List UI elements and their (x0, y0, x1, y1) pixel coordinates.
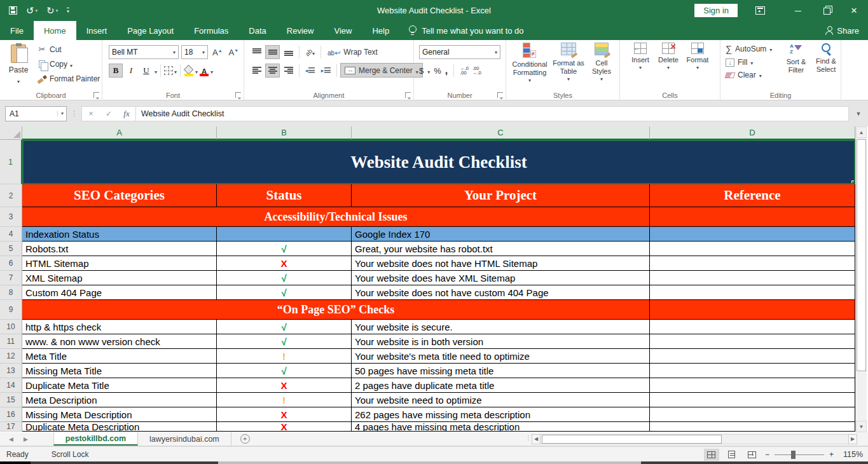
align-center-button[interactable] (265, 64, 280, 78)
accounting-format-icon[interactable] (419, 65, 424, 76)
cell-B13[interactable]: √ (217, 364, 352, 378)
row-header-17[interactable]: 17 (0, 422, 22, 432)
horizontal-scrollbar[interactable]: ◀ ▶ (532, 433, 857, 444)
cell-D16[interactable] (650, 407, 855, 422)
cell-A15[interactable]: Meta Description (22, 393, 217, 407)
cell-D6[interactable] (650, 256, 855, 271)
italic-button[interactable]: I (124, 64, 138, 78)
cell-A9-merged-section[interactable]: “On Page SEO” Checks (22, 300, 650, 320)
align-bottom-button[interactable] (281, 45, 296, 59)
align-top-button[interactable] (249, 45, 264, 59)
delete-cells-button[interactable]: Delete (656, 43, 681, 71)
restore-button[interactable] (812, 0, 840, 21)
find-select-button[interactable]: Find &Select (812, 43, 840, 74)
cell-C5[interactable]: Great, your website has robot.txt (352, 242, 650, 256)
zoom-in-button[interactable]: + (829, 450, 834, 459)
tab-splitter[interactable]: ⋮ (525, 434, 532, 441)
cell-B15[interactable]: ! (217, 393, 352, 407)
number-format-select[interactable]: General (419, 45, 500, 59)
tab-data[interactable]: Data (238, 21, 276, 40)
borders-icon[interactable] (164, 66, 173, 75)
cell-A7[interactable]: XML Sitemap (22, 271, 217, 285)
cut-button[interactable]: Cut (37, 44, 100, 54)
underline-button[interactable]: U (139, 64, 153, 78)
zoom-level[interactable]: 115% (839, 450, 863, 459)
format-painter-button[interactable]: Format Painter (37, 74, 100, 83)
vertical-scroll-thumb[interactable] (857, 139, 866, 371)
cell-C14[interactable]: 2 pages have duplicate meta title (352, 378, 650, 393)
cell-D8[interactable] (650, 285, 855, 300)
format-cells-button[interactable]: Format (684, 43, 712, 71)
zoom-slider[interactable] (775, 454, 824, 455)
row-header-13[interactable]: 13 (0, 364, 22, 378)
cell-B17[interactable]: X (217, 422, 352, 432)
minimize-button[interactable]: ─ (784, 0, 812, 21)
cell-B11[interactable]: √ (217, 334, 352, 349)
cell-B10[interactable]: √ (217, 320, 352, 334)
cell-D4[interactable] (650, 227, 855, 242)
cell-A17[interactable]: Duplicate Meta Description (22, 422, 217, 432)
font-color-icon[interactable] (199, 65, 209, 76)
tab-file[interactable]: File (0, 21, 34, 40)
cell-styles-button[interactable]: CellStyles (588, 43, 616, 82)
tell-me-box[interactable]: Tell me what you want to do (399, 21, 523, 40)
vertical-scrollbar[interactable]: ▲ ▼ (855, 126, 867, 432)
dialog-launcher-alignment[interactable] (405, 92, 411, 98)
zoom-out-button[interactable]: − (765, 450, 769, 459)
font-family-select[interactable]: Bell MT (109, 45, 179, 59)
sign-in-button[interactable]: Sign in (694, 4, 738, 17)
formula-input[interactable]: Website Audit Checklist (136, 106, 849, 121)
scroll-left-icon[interactable]: ◀ (532, 434, 541, 444)
cell-D10[interactable] (650, 320, 855, 334)
formula-bar-handle[interactable]: ⋮ (71, 109, 78, 118)
align-middle-button[interactable] (265, 45, 280, 59)
cell-D2[interactable]: Reference (650, 184, 855, 207)
column-header-c[interactable]: C (352, 126, 650, 140)
tab-insert[interactable]: Insert (76, 21, 118, 40)
row-header-15[interactable]: 15 (0, 393, 22, 407)
increase-font-size-button[interactable]: A▲ (210, 48, 224, 57)
cell-C12[interactable]: Your website's meta title need to optimi… (352, 349, 650, 364)
row-header-2[interactable]: 2 (0, 184, 22, 207)
save-button[interactable] (9, 6, 17, 15)
font-size-select[interactable]: 18 (181, 45, 208, 59)
cell-B7[interactable]: √ (217, 271, 352, 285)
paste-button[interactable]: Paste (5, 43, 32, 89)
cell-B5[interactable]: √ (217, 242, 352, 256)
cell-A2[interactable]: SEO Categories (22, 184, 217, 207)
formula-bar-expand-icon[interactable]: ▼ (853, 111, 864, 117)
page-layout-view-button[interactable] (724, 449, 740, 461)
cell-D5[interactable] (650, 242, 855, 256)
cell-C7[interactable]: Your website does have XML Sitemap (352, 271, 650, 285)
name-box[interactable]: A1 (5, 106, 67, 121)
row-header-16[interactable]: 16 (0, 407, 22, 422)
clear-button[interactable]: Clear (726, 71, 772, 79)
insert-cells-button[interactable]: Insert (628, 43, 653, 71)
percent-style-icon[interactable] (434, 65, 441, 76)
cell-C11[interactable]: Your website is in both version (352, 334, 650, 349)
cell-A16[interactable]: Missing Meta Description (22, 407, 217, 422)
tab-review[interactable]: Review (277, 21, 324, 40)
row-header-7[interactable]: 7 (0, 271, 22, 285)
row-header-3[interactable]: 3 (0, 207, 22, 227)
ribbon-display-options-icon[interactable] (755, 6, 765, 15)
cell-C6[interactable]: Your website does not have HTML Sitemap (352, 256, 650, 271)
tab-help[interactable]: Help (362, 21, 399, 40)
cell-A11[interactable]: www. & non www version check (22, 334, 217, 349)
cancel-icon[interactable]: × (82, 109, 100, 118)
cell-A14[interactable]: Duplicate Meta Title (22, 378, 217, 393)
cell-D17[interactable] (650, 422, 855, 432)
increase-indent-button[interactable]: ▸ (319, 64, 333, 78)
bold-button[interactable]: B (109, 64, 123, 78)
cell-D9[interactable] (650, 300, 855, 320)
scroll-right-icon[interactable]: ▶ (848, 434, 857, 444)
cell-C8[interactable]: Your website does not have custom 404 Pa… (352, 285, 650, 300)
cell-D15[interactable] (650, 393, 855, 407)
cell-A12[interactable]: Meta Title (22, 349, 217, 364)
cell-C16[interactable]: 262 pages have missing meta description (352, 407, 650, 422)
sort-filter-button[interactable]: Sort &Filter (782, 43, 811, 74)
tab-view[interactable]: View (324, 21, 362, 40)
decrease-font-size-button[interactable]: A▼ (227, 48, 241, 57)
share-button[interactable]: Share (825, 21, 859, 40)
cell-A10[interactable]: http & https check (22, 320, 217, 334)
